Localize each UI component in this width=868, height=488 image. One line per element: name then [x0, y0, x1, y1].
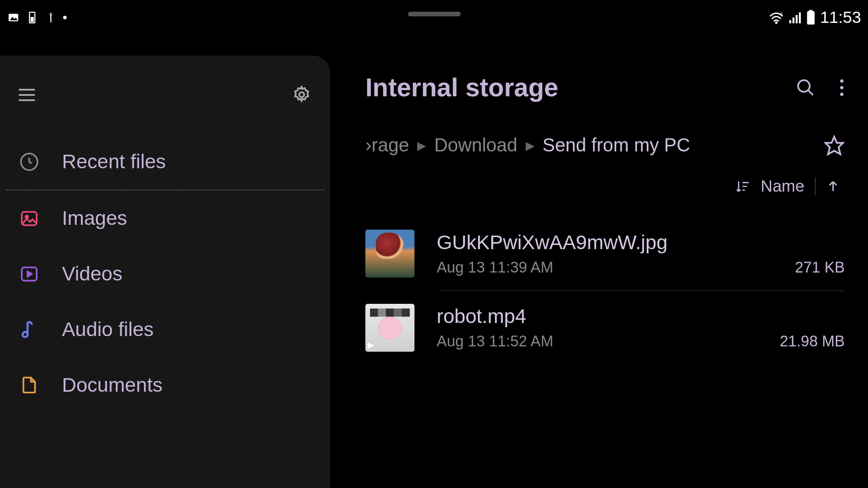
chevron-right-icon: ▶ — [417, 138, 426, 152]
picture-icon — [7, 11, 20, 24]
file-thumbnail — [365, 230, 414, 278]
sidebar-item-videos[interactable]: Videos — [0, 246, 330, 301]
svg-point-4 — [776, 22, 777, 23]
file-name: robot.mp4 — [437, 305, 845, 328]
play-overlay-icon: ▶ — [368, 340, 374, 350]
sidebar-item-label: Documents — [62, 373, 163, 396]
breadcrumb-part[interactable]: ›rage — [365, 135, 409, 156]
separator — [815, 178, 816, 195]
file-size: 271 KB — [795, 258, 845, 277]
sidebar: Recent files Images Videos Audio files D… — [0, 56, 330, 488]
sidebar-item-documents[interactable]: Documents — [0, 357, 330, 413]
more-button[interactable] — [839, 78, 845, 98]
notification-dot-icon — [63, 16, 67, 20]
svg-rect-8 — [796, 15, 797, 23]
svg-text:6: 6 — [780, 11, 782, 16]
breadcrumb-part[interactable]: Download — [434, 135, 517, 156]
battery-icon — [806, 10, 816, 25]
svg-point-21 — [840, 93, 843, 96]
search-button[interactable] — [796, 78, 816, 98]
sort-label[interactable]: Name — [761, 177, 804, 196]
file-thumbnail: ▶ — [365, 304, 414, 352]
content-area: Internal storage ›rage ▶ Download ▶ Send… — [330, 56, 868, 488]
tesla-icon — [44, 11, 58, 24]
sidebar-item-label: Images — [62, 207, 127, 230]
svg-point-20 — [840, 86, 843, 89]
svg-rect-14 — [22, 212, 37, 225]
svg-rect-10 — [809, 10, 813, 11]
sidebar-item-label: Videos — [62, 262, 123, 285]
sidebar-item-label: Recent files — [62, 150, 166, 173]
wifi-icon: 6 — [769, 11, 784, 24]
svg-rect-3 — [30, 17, 34, 22]
svg-point-19 — [840, 79, 843, 83]
settings-button[interactable] — [292, 85, 312, 105]
svg-point-12 — [299, 92, 304, 97]
svg-rect-9 — [799, 13, 801, 23]
svg-rect-7 — [792, 18, 794, 23]
file-row[interactable]: GUkKPwiXwAA9mwW.jpg Aug 13 11:39 AM 271 … — [365, 217, 845, 291]
image-icon — [19, 208, 39, 229]
document-icon — [19, 375, 39, 395]
sidebar-item-label: Audio files — [62, 318, 154, 341]
sort-direction-button[interactable] — [826, 179, 840, 194]
status-time: 11:53 — [820, 8, 861, 27]
favorite-button[interactable] — [824, 135, 845, 156]
sidebar-item-recent[interactable]: Recent files — [0, 134, 330, 189]
sidebar-item-audio[interactable]: Audio files — [0, 301, 330, 357]
status-bar: 6 11:53 — [0, 0, 868, 35]
file-date: Aug 13 11:39 AM — [437, 258, 553, 277]
file-row[interactable]: ▶ robot.mp4 Aug 13 11:52 AM 21.98 MB — [365, 291, 845, 365]
svg-point-18 — [798, 80, 810, 92]
chevron-right-icon: ▶ — [526, 138, 535, 152]
signal-icon — [788, 11, 802, 24]
grabber-handle[interactable] — [408, 12, 461, 16]
breadcrumb-current: Send from my PC — [542, 135, 690, 156]
device-icon — [26, 11, 39, 24]
breadcrumb: ›rage ▶ Download ▶ Send from my PC — [365, 135, 845, 156]
video-icon — [19, 264, 39, 284]
svg-rect-6 — [789, 20, 791, 23]
svg-marker-17 — [28, 271, 32, 276]
menu-button[interactable] — [19, 88, 35, 100]
file-date: Aug 13 11:52 AM — [437, 332, 553, 351]
clock-icon — [19, 151, 39, 172]
svg-marker-22 — [825, 136, 843, 154]
sort-icon[interactable] — [735, 179, 751, 194]
music-icon — [19, 319, 39, 339]
svg-rect-11 — [807, 11, 815, 24]
file-name: GUkKPwiXwAA9mwW.jpg — [437, 231, 845, 254]
page-title: Internal storage — [365, 73, 558, 102]
file-size: 21.98 MB — [780, 332, 845, 351]
sidebar-item-images[interactable]: Images — [0, 191, 330, 246]
